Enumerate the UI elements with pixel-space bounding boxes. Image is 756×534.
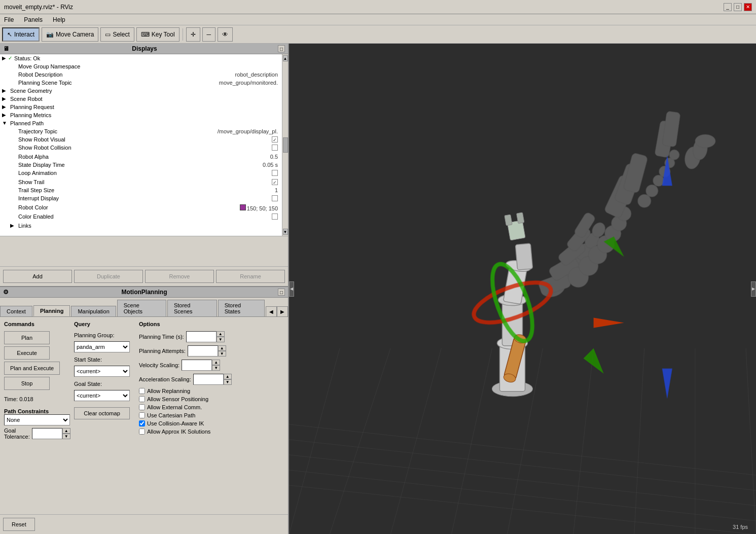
minimize-button[interactable]: _	[724, 3, 732, 11]
expand-arrow-scene-geo[interactable]: ▶	[2, 88, 8, 94]
scroll-thumb[interactable]	[283, 137, 288, 153]
clear-octomap-button[interactable]: Clear octomap	[74, 407, 130, 419]
menu-file[interactable]: File	[2, 15, 16, 24]
acceleration-scaling-down[interactable]: ▼	[224, 379, 232, 385]
tree-item-robot-color[interactable]: Robot Color 150; 50; 150	[0, 203, 282, 212]
velocity-scaling-down[interactable]: ▼	[212, 365, 220, 371]
tree-item-show-robot-collision[interactable]: Show Robot Collision	[0, 144, 282, 153]
collapse-left-button[interactable]: ◀	[289, 281, 294, 297]
planning-attempts-up[interactable]: ▲	[218, 345, 226, 351]
select-button[interactable]: ▭ Select	[100, 27, 134, 42]
plan-execute-button[interactable]: Plan and Execute	[4, 362, 60, 375]
tab-scene-objects[interactable]: Scene Objects	[117, 300, 166, 316]
maximize-button[interactable]: □	[734, 3, 742, 11]
rename-display-button[interactable]: Rename	[216, 270, 285, 283]
tree-item-scene-robot[interactable]: ▶ Scene Robot	[0, 95, 282, 103]
goal-tolerance-up[interactable]: ▲	[62, 428, 70, 434]
tab-stored-states[interactable]: Stored States	[218, 300, 265, 316]
move-camera-button[interactable]: 📷 Move Camera	[42, 27, 98, 42]
interact-button[interactable]: ↖ Interact	[2, 27, 40, 42]
goal-state-select[interactable]: <current>	[74, 390, 130, 401]
path-constraints-select[interactable]: None	[4, 414, 70, 425]
allow-sensor-checkbox[interactable]	[139, 396, 145, 402]
start-state-select[interactable]: <current>	[74, 366, 130, 377]
execute-button[interactable]: Execute	[4, 346, 50, 360]
velocity-scaling-up[interactable]: ▲	[212, 360, 220, 365]
goal-tolerance-input[interactable]: 0.00	[32, 428, 62, 439]
tree-item-color-enabled[interactable]: Color Enabled	[0, 212, 282, 222]
tree-item-trail-step[interactable]: Trail Step Size 1	[0, 186, 282, 194]
tree-item-planning-topic[interactable]: Planning Scene Topic move_group/monitore…	[0, 79, 282, 87]
add-tool-button[interactable]: ✛	[186, 27, 200, 42]
remove-tool-button[interactable]: ─	[202, 27, 216, 42]
velocity-scaling-input[interactable]: 1.00	[182, 360, 212, 371]
stop-button[interactable]: Stop	[4, 377, 50, 390]
tree-item-state-display-time[interactable]: State Display Time 0.05 s	[0, 161, 282, 169]
planning-time-input[interactable]: 5.00	[186, 331, 217, 342]
tab-scroll-left[interactable]: ◀	[266, 306, 277, 316]
goal-tolerance-spinbox[interactable]: 0.00 ▲ ▼	[32, 428, 70, 439]
key-tool-button[interactable]: ⌨ Key Tool	[136, 27, 179, 42]
velocity-scaling-spinbox[interactable]: 1.00 ▲ ▼	[182, 360, 220, 371]
collapse-right-button[interactable]: ▶	[751, 281, 756, 297]
expand-arrow-status[interactable]: ▶	[2, 55, 8, 61]
planning-time-spinbox[interactable]: 5.00 ▲ ▼	[186, 331, 225, 342]
displays-close-button[interactable]: □	[278, 45, 285, 52]
displays-scrollbar[interactable]: ▲ ▼	[282, 54, 288, 236]
planning-time-down[interactable]: ▼	[217, 337, 225, 342]
expand-arrow-links[interactable]: ▶	[10, 223, 16, 229]
acceleration-scaling-input[interactable]: 1.00	[193, 374, 224, 385]
planning-attempts-input[interactable]: 10.00	[188, 345, 218, 357]
motion-planning-close-button[interactable]: □	[278, 289, 285, 296]
tab-manipulation[interactable]: Manipulation	[71, 306, 116, 316]
tree-item-status[interactable]: ▶ ✓ Status: Ok	[0, 54, 282, 62]
tree-item-links[interactable]: ▶ Links	[0, 222, 282, 230]
tree-item-robot-desc[interactable]: Robot Description robot_description	[0, 70, 282, 79]
expand-arrow-planning-metrics[interactable]: ▶	[2, 112, 8, 118]
tree-item-movegroup[interactable]: Move Group Namespace	[0, 62, 282, 70]
planning-attempts-spinbox[interactable]: 10.00 ▲ ▼	[188, 345, 226, 357]
tab-planning[interactable]: Planning	[33, 305, 70, 316]
tree-value-robot-desc: robot_description	[235, 72, 280, 78]
acceleration-scaling-up[interactable]: ▲	[224, 374, 232, 379]
duplicate-display-button[interactable]: Duplicate	[74, 270, 143, 283]
tree-item-loop-animation[interactable]: Loop Animation	[0, 169, 282, 178]
goal-tolerance-down[interactable]: ▼	[62, 434, 70, 439]
use-collision-checkbox[interactable]	[139, 420, 145, 426]
allow-approx-checkbox[interactable]	[139, 429, 145, 435]
tree-item-show-robot-visual[interactable]: Show Robot Visual ✓	[0, 135, 282, 144]
tree-item-scene-geo[interactable]: ▶ Scene Geometry	[0, 87, 282, 95]
expand-arrow-planning-req[interactable]: ▶	[2, 104, 8, 110]
allow-replanning-checkbox[interactable]	[139, 388, 145, 394]
acceleration-scaling-spinbox[interactable]: 1.00 ▲ ▼	[193, 374, 232, 385]
tree-item-planning-metrics[interactable]: ▶ Planning Metrics	[0, 111, 282, 119]
tree-item-traj-topic[interactable]: Trajectory Topic /move_group/display_pl.	[0, 127, 282, 135]
use-cartesian-checkbox[interactable]	[139, 412, 145, 418]
tree-item-planning-req[interactable]: ▶ Planning Request	[0, 103, 282, 111]
tree-item-planned-path[interactable]: ▼ Planned Path	[0, 119, 282, 127]
planning-group-select[interactable]: panda_arm	[74, 341, 130, 352]
scroll-up-button[interactable]: ▲	[283, 55, 288, 61]
planning-attempts-down[interactable]: ▼	[218, 351, 226, 357]
expand-arrow-planned-path[interactable]: ▼	[2, 120, 8, 126]
tab-scroll-right[interactable]: ▶	[277, 306, 288, 316]
tab-context[interactable]: Context	[0, 306, 32, 316]
menu-panels[interactable]: Panels	[22, 15, 45, 24]
expand-arrow-scene-robot[interactable]: ▶	[2, 96, 8, 102]
tree-item-interrupt-display[interactable]: Interrupt Display	[0, 194, 282, 203]
tab-stored-scenes[interactable]: Stored Scenes	[167, 300, 217, 316]
tree-item-robot-alpha[interactable]: Robot Alpha 0.5	[0, 153, 282, 161]
view-button[interactable]: 👁	[218, 27, 233, 42]
remove-display-button[interactable]: Remove	[145, 270, 214, 283]
reset-button[interactable]: Reset	[3, 518, 35, 531]
scroll-down-button[interactable]: ▼	[283, 229, 288, 235]
plan-button[interactable]: Plan	[4, 331, 50, 344]
planning-time-up[interactable]: ▲	[217, 331, 225, 337]
tree-item-show-trail[interactable]: Show Trail ✓	[0, 178, 282, 186]
viewport[interactable]: ◀ ▶	[289, 44, 756, 534]
close-button[interactable]: ✕	[744, 3, 752, 11]
add-display-button[interactable]: Add	[3, 270, 72, 283]
allow-external-checkbox[interactable]	[139, 404, 145, 410]
menu-help[interactable]: Help	[51, 15, 67, 24]
displays-tree[interactable]: ▶ ✓ Status: Ok Move Group Namespace	[0, 54, 282, 236]
